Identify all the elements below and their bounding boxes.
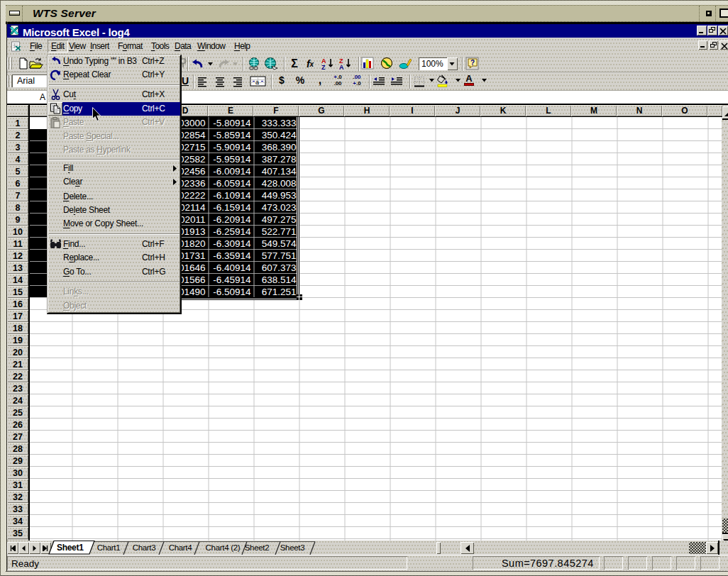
svg-text:?: ? [470, 59, 475, 67]
svg-text:Z: Z [321, 64, 326, 71]
svg-text:A: A [339, 64, 344, 71]
svg-text:a: a [255, 79, 259, 86]
